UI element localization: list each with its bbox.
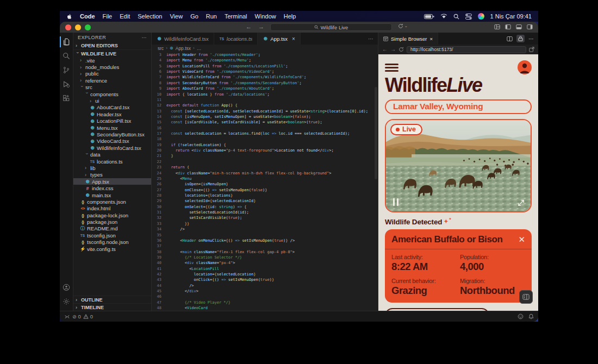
minimize-window-button[interactable] — [75, 24, 81, 30]
lock-icon[interactable] — [516, 35, 525, 42]
code-line-44[interactable]: 44 /> — [152, 283, 378, 288]
code-line-29[interactable]: 29 selectedId={selectedLocationId} — [152, 198, 378, 204]
pause-button[interactable] — [393, 198, 398, 206]
code-line-30[interactable]: 30 onSelect={(id: string) => { — [152, 204, 378, 210]
code-line-4[interactable]: 4import Menu from './components/Menu'; — [152, 58, 378, 63]
code-line-39[interactable]: 39 {/* Location Selector */} — [152, 255, 378, 260]
zoom-window-button[interactable] — [85, 24, 91, 30]
settings-gear-icon[interactable] — [60, 294, 73, 309]
layout-refresh-control[interactable]: ⌄ — [398, 23, 408, 29]
menubar-item-go[interactable]: Go — [190, 13, 198, 20]
file-tree-item-menu-tsx[interactable]: ⊛Menu.tsx — [73, 124, 151, 131]
wifi-icon[interactable] — [440, 14, 447, 19]
code-line-45[interactable]: 45 </div> — [152, 288, 378, 294]
code-line-23[interactable]: 23 return ( — [152, 165, 378, 170]
menubar-item-help[interactable]: Help — [284, 13, 296, 20]
toggle-panel-icon[interactable] — [516, 24, 522, 30]
browser-more-actions-icon[interactable]: ⋯ — [528, 36, 534, 42]
code-line-14[interactable]: 14 const [isMenuOpen, setIsMenuOpen] = u… — [152, 114, 378, 120]
file-tree-item-vite-config-ts[interactable]: ⚡vite.config.ts — [73, 246, 151, 252]
file-tree-item-lib[interactable]: ›lib — [73, 165, 151, 171]
file-tree-item-types[interactable]: ›types — [73, 172, 151, 178]
browser-reload-icon[interactable] — [398, 47, 404, 52]
live-video-card[interactable]: Live — [385, 119, 532, 212]
code-line-16[interactable]: 16 — [152, 125, 378, 131]
code-line-17[interactable]: 17 const selectedLocation = locations.fi… — [152, 131, 378, 136]
split-editor-icon[interactable] — [507, 36, 513, 42]
file-tree-item-components[interactable]: ›components — [73, 91, 151, 97]
code-line-10[interactable]: 10import { locations } from './data/loca… — [152, 92, 378, 97]
code-line-13[interactable]: 13 const [selectedLocationId, setSelecte… — [152, 109, 378, 114]
problems-errors[interactable]: ⊘0 — [72, 313, 81, 319]
code-line-3[interactable]: 3import Header from './components/Header… — [152, 52, 378, 58]
file-tree-item-main-tsx[interactable]: ⊛main.tsx — [73, 192, 151, 198]
code-line-8[interactable]: 8import SecondaryButton from './componen… — [152, 80, 378, 86]
code-line-34[interactable]: 34 /> — [152, 227, 378, 232]
location-pill-button[interactable]: Lamar Valley, Wyoming — [385, 99, 532, 114]
code-line-21[interactable]: 21 } — [152, 153, 378, 159]
file-tree-item-header-tsx[interactable]: ⊛Header.tsx — [73, 111, 151, 117]
code-line-25[interactable]: 25 <Menu — [152, 176, 378, 181]
menubar-clock[interactable]: 1 Nis Çar 09:41 — [490, 13, 532, 20]
feedback-icon[interactable] — [518, 313, 524, 319]
file-tree-item--vite[interactable]: ›.vite — [73, 57, 151, 64]
timeline-section[interactable]: ›TIMELINE — [73, 303, 151, 311]
file-tree-item-index-css[interactable]: #index.css — [73, 185, 151, 191]
expand-video-icon[interactable] — [517, 199, 525, 207]
close-tab-icon[interactable]: × — [430, 36, 433, 42]
hamburger-menu-button[interactable] — [385, 62, 398, 72]
problems-warnings[interactable]: 0 — [83, 313, 93, 319]
file-tree-item-package-json[interactable]: {}package.json — [73, 218, 151, 225]
command-center-search[interactable]: Wildlife Live — [270, 23, 392, 31]
code-line-43[interactable]: 43 onClick={() => setIsMenuOpen(true)} — [152, 277, 378, 283]
file-tree-item-locationpill-tsx[interactable]: ⊛LocationPill.tsx — [73, 118, 151, 124]
customize-layout-icon[interactable] — [494, 24, 500, 30]
browser-back-icon[interactable]: ← — [382, 47, 388, 52]
code-line-48[interactable]: 48 <VideoCard — [152, 305, 378, 311]
toggle-secondary-sidebar-icon[interactable] — [527, 24, 533, 30]
menubar-item-window[interactable]: Window — [255, 13, 276, 20]
menubar-item-code[interactable]: Code — [80, 13, 95, 20]
close-tab-icon[interactable]: × — [292, 36, 295, 42]
file-tree-item-app-tsx[interactable]: ⊛App.tsx — [73, 178, 151, 185]
file-tree-item-readme-md[interactable]: ⓘREADME.md — [73, 225, 151, 232]
code-line-15[interactable]: 15 const [isCardVisible, setIsCardVisibl… — [152, 120, 378, 125]
browser-forward-icon[interactable]: → — [390, 47, 396, 52]
file-tree-item-videocard-tsx[interactable]: ⊛VideoCard.tsx — [73, 138, 151, 145]
file-tree-item-tsconfig-node-json[interactable]: {}tsconfig.node.json — [73, 239, 151, 246]
simple-browser-tab[interactable]: Simple Browser × — [378, 33, 438, 45]
code-line-24[interactable]: 24 <div className="min-h-screen min-h-dv… — [152, 171, 378, 176]
open-editors-section[interactable]: ›OPEN EDITORS — [73, 42, 151, 49]
file-tree-item-index-html[interactable]: <>index.html — [73, 205, 151, 212]
file-tree-item-secondarybutton-tsx[interactable]: ⊛SecondaryButton.tsx — [73, 131, 151, 137]
file-tree-item-wildlifeinfocard-tsx[interactable]: ⊛WildlifeInfoCard.tsx — [73, 145, 151, 151]
file-tree-item-package-lock-json[interactable]: {}package-lock.json — [73, 212, 151, 218]
file-tree-item-node-modules[interactable]: ›node_modules — [73, 64, 151, 70]
toggle-primary-sidebar-icon[interactable] — [505, 24, 511, 30]
code-line-41[interactable]: 41 <LocationPill — [152, 266, 378, 272]
code-line-35[interactable]: 35 — [152, 233, 378, 238]
file-tree-item-aboutcard-tsx[interactable]: ⊛AboutCard.tsx — [73, 104, 151, 111]
close-window-button[interactable] — [65, 24, 71, 30]
file-tree-item-locations-ts[interactable]: TSlocations.ts — [73, 158, 151, 165]
floating-layout-button[interactable] — [519, 290, 533, 304]
code-editor[interactable]: 3import Header from './components/Header… — [152, 52, 378, 311]
url-input[interactable]: http://localhost:5173/ — [407, 46, 526, 53]
file-tree-item-components-json[interactable]: {}components.json — [73, 198, 151, 205]
code-line-18[interactable]: 18 — [152, 136, 378, 142]
code-line-33[interactable]: 33 }} — [152, 221, 378, 227]
code-line-5[interactable]: 5import LocationPill from './components/… — [152, 64, 378, 69]
avatar[interactable] — [518, 60, 532, 74]
code-line-9[interactable]: 9import AboutCard from './components/Abo… — [152, 86, 378, 91]
code-line-12[interactable]: 12export default function App() { — [152, 103, 378, 108]
control-center-icon[interactable] — [465, 14, 472, 20]
source-control-icon[interactable] — [60, 63, 73, 77]
code-line-19[interactable]: 19 if (!selectedLocation) { — [152, 142, 378, 148]
menubar-item-view[interactable]: View — [170, 13, 183, 20]
code-line-26[interactable]: 26 isOpen={isMenuOpen} — [152, 181, 378, 187]
apple-icon[interactable] — [66, 13, 72, 20]
menubar-item-run[interactable]: Run — [206, 13, 217, 20]
code-line-32[interactable]: 32 setIsCardVisible(true); — [152, 215, 378, 221]
code-line-46[interactable]: 46 — [152, 294, 378, 299]
navigate-back-button[interactable]: ← — [246, 23, 252, 30]
